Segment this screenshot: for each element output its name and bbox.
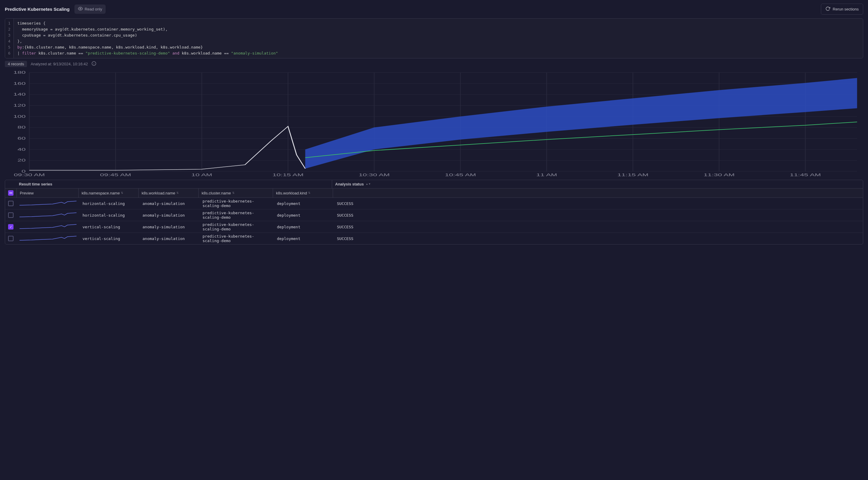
row-checkbox[interactable] [8, 224, 13, 230]
row-checkbox[interactable] [8, 212, 13, 218]
col-workload[interactable]: k8s.workload.name⇅ [138, 188, 198, 198]
col-namespace-label: k8s.namespace.name [82, 191, 120, 195]
svg-text:100: 100 [13, 114, 26, 118]
cell-status: SUCCESS [334, 224, 863, 231]
sort-icon: ⇅ [121, 192, 123, 195]
svg-text:40: 40 [18, 147, 26, 151]
row-checkbox[interactable] [8, 201, 13, 206]
group-header-status[interactable]: Analysis status ▲▼ [332, 180, 863, 188]
col-namespace[interactable]: k8s.namespace.name⇅ [79, 188, 138, 198]
svg-text:10:45 AM: 10:45 AM [445, 173, 476, 177]
query-editor[interactable]: 123456 timeseries { memoryUsage = avg(dt… [5, 18, 863, 59]
checkbox-indeterminate[interactable] [8, 190, 13, 196]
cell-status: SUCCESS [334, 200, 863, 207]
table-row[interactable]: vertical-scalinganomaly-simulationpredic… [5, 233, 863, 244]
cell-wl: anomaly-simulation [140, 200, 199, 207]
code-content[interactable]: timeseries { memoryUsage = avg(dt.kubern… [14, 19, 282, 58]
line-gutter: 123456 [5, 19, 14, 58]
refresh-icon [826, 6, 830, 12]
col-preview-label: Preview [20, 191, 34, 195]
svg-text:09:30 AM: 09:30 AM [14, 173, 45, 177]
cell-kind: deployment [274, 200, 334, 207]
svg-text:10:15 AM: 10:15 AM [273, 173, 304, 177]
svg-text:20: 20 [18, 159, 26, 162]
table-row[interactable]: vertical-scalinganomaly-simulationpredic… [5, 221, 863, 233]
sparkline-cell [17, 211, 80, 219]
analyzed-timestamp: Analyzed at: 9/13/2024, 10:16:42 [31, 62, 88, 66]
sort-icon: ⇅ [177, 192, 179, 195]
cell-cl: predictive-kubernetes-scaling-demo [199, 209, 274, 221]
cell-ns: horizontal-scaling [80, 200, 140, 207]
cell-status: SUCCESS [334, 212, 863, 219]
group-header-series-label: Result time series [19, 182, 52, 186]
row-checkbox-cell [5, 235, 17, 242]
sort-icon: ⇅ [308, 192, 311, 195]
svg-text:140: 140 [13, 93, 26, 97]
timeseries-chart[interactable]: 02040608010012014016018009:30 AM09:45 AM… [5, 70, 863, 177]
col-cluster[interactable]: k8s.cluster.name⇅ [198, 188, 273, 198]
row-checkbox-cell [5, 223, 17, 231]
page-title: Predictive Kubernetes Scaling [5, 7, 70, 12]
cell-kind: deployment [274, 224, 334, 231]
select-all-checkbox[interactable] [5, 188, 17, 198]
table-row[interactable]: horizontal-scalinganomaly-simulationpred… [5, 198, 863, 209]
col-workload-label: k8s.workload.name [142, 191, 175, 195]
rerun-button[interactable]: Rerun sections [821, 4, 863, 15]
svg-text:60: 60 [18, 136, 26, 140]
cell-wl: anomaly-simulation [140, 235, 199, 242]
row-checkbox-cell [5, 211, 17, 219]
cell-ns: vertical-scaling [80, 235, 140, 242]
sparkline-cell [17, 234, 80, 243]
cell-cl: predictive-kubernetes-scaling-demo [199, 233, 274, 244]
svg-text:180: 180 [13, 70, 26, 74]
read-only-label: Read only [85, 7, 102, 11]
table-row[interactable]: horizontal-scalinganomaly-simulationpred… [5, 209, 863, 221]
svg-text:120: 120 [13, 103, 26, 107]
eye-icon [78, 6, 83, 12]
svg-text:11:30 AM: 11:30 AM [704, 173, 735, 177]
cell-cl: predictive-kubernetes-scaling-demo [199, 198, 274, 209]
col-kind-label: k8s.workload.kind [276, 191, 307, 195]
row-checkbox[interactable] [8, 236, 13, 241]
sort-icon: ▲▼ [366, 183, 371, 185]
sparkline-cell [17, 199, 80, 208]
sparkline-cell [17, 222, 80, 231]
cell-kind: deployment [274, 212, 334, 219]
cell-status: SUCCESS [334, 235, 863, 242]
read-only-badge: Read only [74, 4, 106, 14]
row-checkbox-cell [5, 200, 17, 207]
svg-text:160: 160 [13, 81, 26, 85]
cell-wl: anomaly-simulation [140, 224, 199, 231]
records-count: 4 records [5, 61, 27, 67]
cell-cl: predictive-kubernetes-scaling-demo [199, 221, 274, 233]
cell-kind: deployment [274, 235, 334, 242]
col-preview[interactable]: Preview [17, 188, 79, 198]
svg-text:80: 80 [18, 126, 26, 130]
svg-text:11 AM: 11 AM [536, 173, 557, 177]
cell-ns: horizontal-scaling [80, 212, 140, 219]
svg-text:10:30 AM: 10:30 AM [359, 173, 390, 177]
cell-wl: anomaly-simulation [140, 212, 199, 219]
group-header-series: Result time series [5, 180, 332, 188]
col-status-spacer [333, 188, 863, 198]
col-cluster-label: k8s.cluster.name [202, 191, 231, 195]
svg-text:11:15 AM: 11:15 AM [617, 173, 649, 177]
sort-icon: ⇅ [232, 192, 235, 195]
info-icon[interactable] [92, 61, 96, 67]
cell-ns: vertical-scaling [80, 224, 140, 231]
rerun-label: Rerun sections [833, 7, 859, 11]
col-kind[interactable]: k8s.workload.kind⇅ [273, 188, 333, 198]
svg-text:10 AM: 10 AM [191, 173, 212, 177]
svg-text:11:45 AM: 11:45 AM [790, 173, 821, 177]
svg-point-0 [80, 8, 81, 9]
results-table: Result time series Analysis status ▲▼ Pr… [5, 180, 863, 244]
group-header-status-label: Analysis status [335, 182, 364, 186]
svg-text:09:45 AM: 09:45 AM [100, 173, 131, 177]
